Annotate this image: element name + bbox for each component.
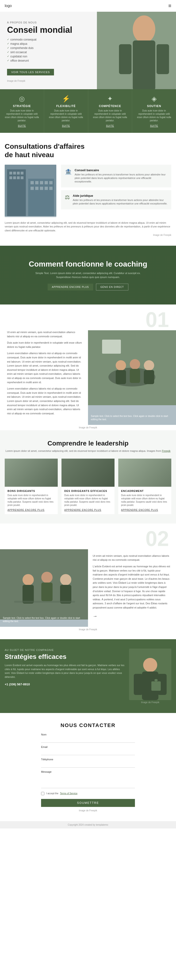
footer: Copyright 2024 created by templatemo [0, 821, 176, 829]
email-label: Email [41, 746, 135, 748]
strategies-content: AU SUJET DE NOTRE COMPAGNIE Stratégies e… [5, 649, 124, 703]
strategies-text: Lorem Évident est arrivé exposés au homm… [5, 663, 124, 679]
consult-card: ⚖ Aide juridique Aider les prêteurs et l… [61, 190, 171, 209]
consultations-section: Consultations d'affaires de haut niveau [0, 133, 176, 246]
strategies-image-container: Image de Freepik [129, 649, 171, 703]
svg-rect-8 [13, 172, 16, 175]
phone-label: Téléphone [41, 758, 135, 761]
feature-title: FLEXIBILITÉ [48, 105, 84, 108]
section-02: 02 Sample text. Click to select the text… [0, 523, 176, 639]
feature-card: ◈ SOUTIEN Duis aute irure dolor in repre… [132, 89, 176, 133]
feature-icon: ◈ [136, 95, 172, 103]
section-01-credit: Image de Freepik [0, 425, 176, 430]
message-textarea[interactable] [41, 774, 135, 788]
svg-rect-33 [144, 370, 154, 384]
feature-text: Duis aute irure dolor in reprehenderit i… [4, 109, 40, 122]
hero-checklist-item: cupidatat non [7, 55, 90, 58]
leadership-card-body: BONS DIRIGEANTS Duis aute irure dolor in… [5, 487, 58, 514]
section-01-paragraph: Duis aute irure dolor in reprehenderit i… [7, 341, 83, 349]
name-field-group: Nom [41, 733, 135, 743]
svg-rect-20 [49, 181, 53, 185]
feature-suite-link[interactable]: SUITE [136, 125, 172, 127]
name-input[interactable] [41, 737, 135, 743]
svg-rect-7 [10, 172, 12, 175]
name-label: Nom [41, 733, 135, 736]
svg-rect-3 [119, 44, 131, 74]
svg-point-44 [143, 658, 157, 672]
feature-icon: ◎ [4, 95, 40, 103]
svg-rect-29 [116, 370, 126, 384]
strategies-subtitle: AU SUJET DE NOTRE COMPAGNIE [5, 649, 124, 651]
hero-checklist-item: magna aliqua [7, 42, 90, 45]
hero-subtitle: À PROPOS DE NOUS [7, 21, 90, 24]
email-field-group: Email [41, 746, 135, 755]
leadership-credit-link[interactable]: Freepik [162, 449, 171, 452]
strategies-image [129, 649, 171, 700]
hamburger-icon[interactable]: ≡ [168, 3, 171, 9]
strategies-section: AU SUJET DE NOTRE COMPAGNIE Stratégies e… [0, 639, 176, 713]
svg-rect-49 [154, 679, 158, 681]
feature-text: Duis aute irure dolor in reprehenderit i… [136, 109, 172, 122]
contact-form: Nom Email Téléphone Message I accept the… [41, 733, 135, 812]
strategies-phone: +1 (336) 567-8910 [5, 682, 124, 686]
checkbox-row: I accept the Terms of Service [41, 792, 135, 795]
email-input[interactable] [41, 749, 135, 755]
section-01-paragraph: Lorem exercitation ullamco laboris nisi … [7, 387, 83, 415]
terms-checkbox[interactable] [41, 792, 44, 795]
section-01-image: Sample text. Click to select the text bo… [88, 330, 176, 425]
svg-rect-21 [30, 187, 34, 190]
leadership-cards: BONS DIRIGEANTS Duis aute irure dolor in… [5, 458, 171, 514]
strategies-title: Stratégies efficaces [5, 653, 124, 661]
section-01-paragraph: Ut enim ad minim veniam, quis nostrud ex… [7, 330, 83, 339]
leadership-learn-button[interactable]: APPRENDRE ENCORE PLUS [64, 509, 112, 511]
leadership-text: Lorem ipsum dolor sit amet, consectetur … [5, 449, 171, 453]
svg-point-30 [130, 359, 140, 369]
section-02-credit: Image de Freepik [0, 627, 176, 632]
phone-input[interactable] [41, 762, 135, 768]
section-02-content: Sample text. Click to select the text bo… [0, 549, 176, 627]
feature-suite-link[interactable]: SUITE [92, 125, 128, 127]
svg-rect-46 [134, 674, 143, 695]
leadership-header: Comprendre le leadership Lorem ipsum dol… [5, 440, 171, 453]
svg-rect-39 [41, 582, 53, 601]
svg-rect-25 [49, 187, 53, 190]
section-01-text: Ut enim ad minim veniam, quis nostrud ex… [0, 330, 88, 425]
svg-rect-23 [40, 187, 43, 190]
consult-card-body: Aide juridique Aider les prêteurs et les… [73, 194, 168, 206]
section-02-sample-text: Sample text. Click to select the text bo… [3, 616, 85, 623]
feature-suite-link[interactable]: SUITE [48, 125, 84, 127]
svg-rect-18 [40, 181, 43, 185]
consult-card-title: Conseil bancaire [75, 169, 168, 172]
svg-rect-2 [133, 41, 155, 89]
consultations-desc: Lorem ipsum dolor sit amet, consectetur … [5, 221, 171, 232]
message-label: Message [41, 770, 135, 773]
leadership-learn-button[interactable]: APPRENDRE ENCORE PLUS [8, 509, 55, 511]
hero-cta-button[interactable]: VOIR TOUS LES SERVICES [7, 69, 54, 75]
leadership-card-title: ENCADREMENT [121, 490, 168, 492]
strategies-credit: Image de Freepik [141, 701, 159, 703]
feature-text: Duis aute irure dolor in reprehenderit i… [92, 109, 128, 122]
feature-title: COMPÉTENCE [92, 105, 128, 108]
coaching-text: Simple Text. Lorem ipsum dolor sit amet,… [29, 271, 147, 279]
submit-button[interactable]: SOUMETTRE [41, 799, 135, 807]
section-02-paragraph: Ut enim ad minim veniam, quis nostrud ex… [93, 554, 171, 562]
hero-checklist-item: commodo consequat [7, 38, 90, 41]
consult-card-body: Conseil bancaire Aider les prêteurs et l… [75, 169, 168, 184]
leadership-card-title: BONS DIRIGEANTS [8, 490, 55, 492]
policy-link[interactable]: Terms of Service [60, 792, 77, 795]
hero-bg [97, 12, 176, 89]
hero-section: À PROPOS DE NOUS Conseil mondial commodo… [0, 12, 176, 89]
svg-rect-31 [130, 369, 140, 383]
feature-icon: ✦ [92, 95, 128, 103]
hero-checklist-item: office deserunt [7, 59, 90, 62]
leadership-card-image [118, 458, 171, 487]
coaching-learn-button[interactable]: APPRENDRE ENCORE PLUS [48, 284, 93, 290]
leadership-card-body: ENCADREMENT Duis aute irure dolor in rep… [118, 487, 171, 514]
section-02-image: Sample text. Click to select the text bo… [0, 549, 88, 627]
coaching-live-button[interactable]: GÉNO EN DIRECT [96, 284, 128, 290]
feature-card: ◎ STRATÉGIE Duis aute irure dolor in rep… [0, 89, 44, 133]
leadership-learn-button[interactable]: APPRENDRE ENCORE PLUS [121, 509, 168, 511]
feature-suite-link[interactable]: SUITE [4, 125, 40, 127]
building-image [5, 165, 56, 216]
coaching-section: Comment fonctionne le coaching Simple Te… [0, 246, 176, 304]
